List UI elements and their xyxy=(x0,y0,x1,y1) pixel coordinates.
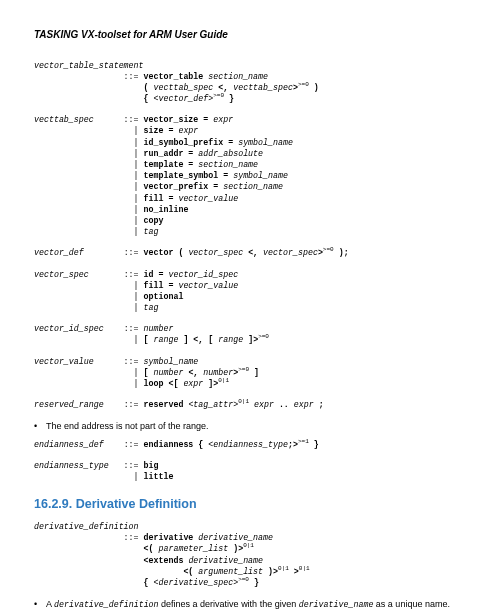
grammar-vector-table-statement: vector_table_statement ::= vector_table … xyxy=(34,60,466,105)
grammar-reserved-range: reserved_range ::= reserved <tag_attr>0|… xyxy=(34,399,466,410)
bullet-icon: • xyxy=(34,420,42,432)
page-header-title: TASKING VX-toolset for ARM User Guide xyxy=(34,28,466,42)
bullet-icon: • xyxy=(34,598,42,610)
note-derivative-text: A derivative_definition defines a deriva… xyxy=(46,598,450,610)
grammar-vector-def: vector_def ::= vector ( vector_spec <, v… xyxy=(34,247,466,258)
grammar-derivative-definition: derivative_definition ::= derivative der… xyxy=(34,521,466,588)
section-heading: 16.2.9. Derivative Definition xyxy=(34,496,466,513)
note-derivative: • A derivative_definition defines a deri… xyxy=(34,598,466,610)
grammar-vector-value: vector_value ::= symbol_name | [ number … xyxy=(34,356,466,390)
grammar-vector-id-spec: vector_id_spec ::= number | [ range ] <,… xyxy=(34,323,466,345)
note-end-address: • The end address is not part of the ran… xyxy=(34,420,466,432)
grammar-vecttab-spec: vecttab_spec ::= vector_size = expr | si… xyxy=(34,114,466,237)
grammar-endianness-def: endianness_def ::= endianness { <endiann… xyxy=(34,439,466,450)
grammar-endianness-type: endianness_type ::= big | little xyxy=(34,460,466,482)
grammar-vector-spec: vector_spec ::= id = vector_id_spec | fi… xyxy=(34,269,466,314)
note-end-address-text: The end address is not part of the range… xyxy=(46,420,209,432)
